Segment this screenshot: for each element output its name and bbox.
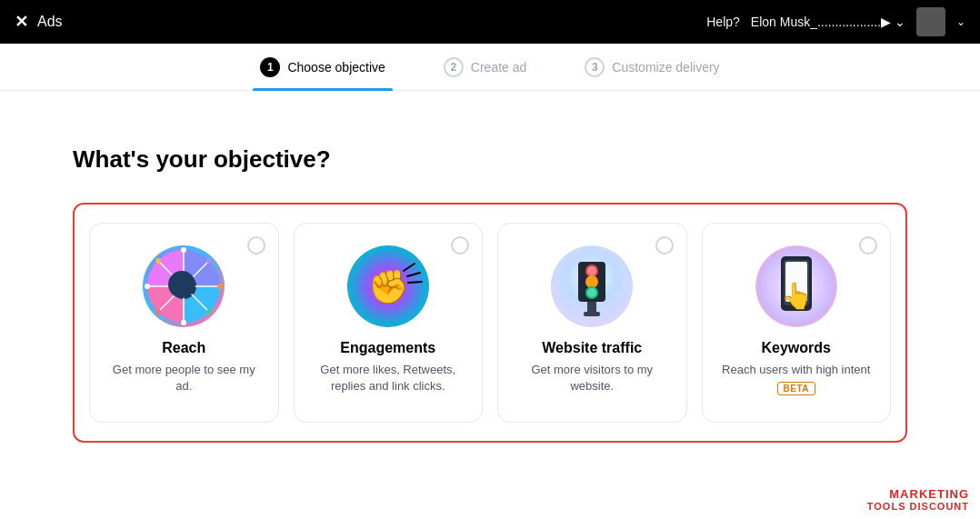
- reach-icon: [143, 245, 225, 327]
- step1-number: 1: [260, 57, 280, 77]
- svg-point-11: [217, 284, 223, 289]
- svg-line-22: [408, 282, 422, 283]
- engagements-radio[interactable]: [451, 236, 469, 255]
- objective-card-engagements[interactable]: ✊ Engagements Get more likes, Retweets, …: [294, 223, 484, 423]
- user-chevron-icon: ⌄: [895, 15, 905, 29]
- keywords-desc: Reach users with high intent: [722, 362, 870, 378]
- step-create-ad[interactable]: 2 Create ad: [436, 44, 534, 91]
- traffic-title: Website traffic: [542, 340, 642, 356]
- objective-card-reach[interactable]: Reach Get more people to see my ad.: [89, 223, 279, 423]
- svg-text:👆: 👆: [780, 281, 812, 311]
- objectives-wrapper: Reach Get more people to see my ad.: [73, 203, 907, 443]
- keywords-radio[interactable]: [859, 236, 877, 255]
- reach-title: Reach: [162, 340, 205, 356]
- engagements-icon-svg: ✊: [347, 245, 429, 327]
- watermark-line2: TOOLS DISCOUNT: [867, 501, 969, 512]
- user-avatar[interactable]: [916, 7, 945, 36]
- traffic-radio[interactable]: [655, 236, 674, 255]
- x-logo-icon: ✕: [15, 12, 28, 32]
- help-link[interactable]: Help?: [706, 15, 740, 29]
- engagements-desc: Get more likes, Retweets, replies and li…: [309, 362, 468, 394]
- svg-point-12: [181, 320, 186, 325]
- svg-point-27: [587, 266, 596, 275]
- svg-point-13: [145, 284, 150, 289]
- objective-card-website-traffic[interactable]: Website traffic Get more visitors to my …: [497, 223, 687, 423]
- keywords-icon-svg: 👆: [755, 245, 837, 327]
- watermark-line1: MARKETING: [867, 488, 969, 501]
- beta-badge: BETA: [777, 382, 815, 395]
- svg-point-28: [585, 275, 598, 288]
- keywords-icon: 👆: [755, 245, 837, 327]
- topnav: ✕ Ads Help? Elon Musk_..................…: [0, 0, 980, 44]
- reach-radio[interactable]: [247, 236, 265, 255]
- avatar-caret-icon[interactable]: ⌄: [956, 15, 965, 28]
- traffic-icon: [551, 245, 633, 327]
- step1-label: Choose objective: [287, 60, 385, 75]
- main-content: What's your objective?: [0, 91, 980, 479]
- svg-point-16: [155, 309, 161, 314]
- svg-point-17: [155, 258, 161, 264]
- page-heading: What's your objective?: [73, 145, 907, 174]
- traffic-icon-svg: [551, 245, 633, 327]
- svg-rect-31: [584, 312, 600, 316]
- topnav-appname: Ads: [37, 14, 63, 30]
- steps-container: 1 Choose objective 2 Create ad 3 Customi…: [253, 44, 726, 91]
- engagements-title: Engagements: [340, 340, 435, 356]
- svg-point-15: [206, 309, 212, 314]
- step-choose-objective[interactable]: 1 Choose objective: [253, 44, 392, 91]
- keywords-title: Keywords: [762, 340, 831, 356]
- reach-icon-svg: [143, 245, 225, 327]
- objective-card-keywords[interactable]: 👆 Keywords Reach users with high intent …: [702, 223, 892, 423]
- step2-number: 2: [444, 57, 464, 77]
- svg-point-30: [587, 288, 596, 297]
- svg-point-14: [206, 258, 212, 264]
- topnav-right: Help? Elon Musk_..................▶ ⌄ ⌄: [706, 7, 965, 36]
- user-menu[interactable]: Elon Musk_..................▶ ⌄: [751, 15, 905, 29]
- svg-point-10: [181, 247, 186, 253]
- engagements-icon: ✊: [347, 245, 429, 327]
- step2-label: Create ad: [471, 60, 526, 75]
- step3-number: 3: [585, 57, 605, 77]
- steps-bar: 1 Choose objective 2 Create ad 3 Customi…: [0, 44, 980, 91]
- reach-desc: Get more people to see my ad.: [105, 362, 264, 394]
- step3-label: Customize delivery: [612, 60, 719, 75]
- svg-text:✊: ✊: [367, 267, 408, 306]
- topnav-brand: ✕ Ads: [15, 12, 63, 32]
- step-customize-delivery[interactable]: 3 Customize delivery: [577, 44, 726, 91]
- user-label: Elon Musk_..................▶: [751, 15, 891, 29]
- objectives-row: Reach Get more people to see my ad.: [89, 223, 891, 423]
- footer-watermark: MARKETING TOOLS DISCOUNT: [867, 488, 969, 512]
- traffic-desc: Get more visitors to my website.: [513, 362, 672, 394]
